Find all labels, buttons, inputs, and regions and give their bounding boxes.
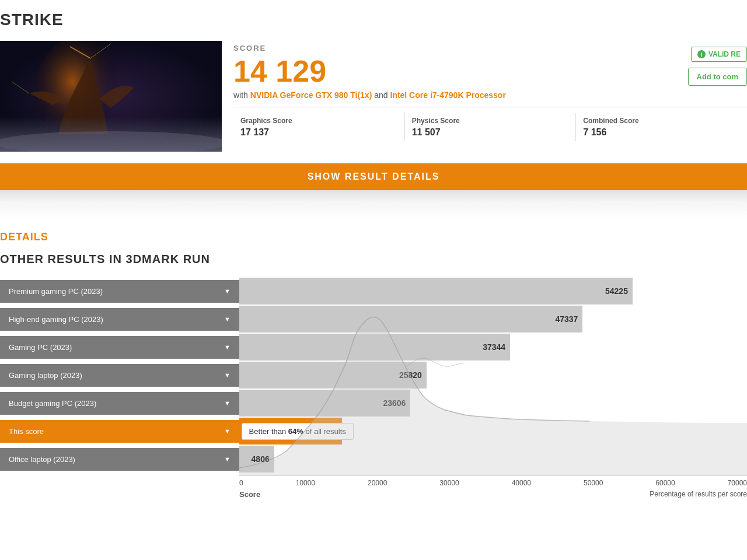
details-section: DETAILS OTHER RESULTS IN 3DMARK RUN [0,219,747,266]
physics-score: Physics Score 11 507 [405,113,577,141]
and-text: and [374,90,390,100]
gpu-name: NVIDIA GeForce GTX 980 Ti(1x) [250,90,372,100]
x-axis-label: 0 [239,479,243,487]
score-bar: 47337 [239,306,582,332]
score-bar: 25820 [239,362,427,388]
x-axis-label: 30000 [439,479,459,487]
x-axis-title-area: Score Percentage of results per score [0,490,747,499]
chart-row-label-text: Premium gaming PC (2023) [9,287,103,296]
chart-row-label[interactable]: Office laptop (2023) ▼ [0,448,239,471]
score-bar: 37344 [239,334,510,360]
other-results-title: OTHER RESULTS IN 3DMARK RUN [0,253,747,266]
better-than-tooltip: Better than 64% of all results [236,423,354,440]
bar-area: 23606 [239,390,747,416]
score-section: SCORE 14 129 with NVIDIA GeForce GTX 980… [0,35,747,158]
score-value: 14 129 [233,55,506,88]
show-result-banner[interactable]: SHOW RESULT DETAILS [0,163,747,190]
x-axis-right-label: Percentage of results per score [650,490,747,498]
dropdown-arrow-icon: ▼ [224,344,231,351]
x-axis-label: 50000 [584,479,603,487]
combined-score: Combined Score 7 156 [576,113,747,141]
chart-row: This score ▼ 14129 Better than 64% of al… [0,418,747,444]
details-bg-strip [0,190,747,219]
tooltip-arrow-icon [236,426,242,436]
cpu-name: Intel Core i7-4790K Processor [390,90,505,100]
bar-area: 4806 [239,446,747,473]
graphics-score: Graphics Score 17 137 [233,113,405,141]
chart-row-label[interactable]: Gaming PC (2023) ▼ [0,336,239,359]
chart-row-label-text: This score [9,427,44,436]
x-axis: 010000200003000040000500006000070000 [0,475,747,490]
score-description: with NVIDIA GeForce GTX 980 Ti(1x) and I… [233,90,506,100]
bar-value: 47337 [555,314,578,324]
chart-row: Premium gaming PC (2023) ▼ 54225 [0,278,747,304]
dropdown-arrow-icon: ▼ [224,400,231,407]
chart-row: Budget gaming PC (2023) ▼ 23606 [0,390,747,416]
sub-scores: Graphics Score 17 137 Physics Score 11 5… [233,107,747,141]
tooltip-bubble: Better than 64% of all results [242,423,354,440]
valid-badge: i VALID RE [691,47,747,62]
combined-score-label: Combined Score [583,117,740,125]
chart-row-label[interactable]: This score ▼ [0,420,239,443]
chart-row-label-text: Budget gaming PC (2023) [9,399,96,408]
bar-value: 4806 [252,454,270,464]
physics-score-value: 11 507 [412,127,569,138]
valid-icon: i [697,50,706,58]
top-right-area: i VALID RE Add to com [688,44,748,86]
physics-score-label: Physics Score [412,117,569,125]
game-thumbnail [0,41,222,152]
x-axis-labels: 010000200003000040000500006000070000 [239,475,747,490]
dropdown-arrow-icon: ▼ [224,288,231,295]
chart-row-label-text: High-end gaming PC (2023) [9,315,103,324]
score-bar: 4806 [239,446,274,473]
page-title: STRIKE [0,0,747,35]
bar-value: 25820 [399,370,422,380]
bar-area: 54225 [239,278,747,304]
chart-row-label-text: Office laptop (2023) [9,455,75,464]
graphics-score-value: 17 137 [240,127,397,138]
chart-row-label[interactable]: Gaming laptop (2023) ▼ [0,364,239,387]
dropdown-arrow-icon: ▼ [224,428,231,435]
chart-row: Gaming PC (2023) ▼ 37344 [0,334,747,360]
chart-row-label-text: Gaming PC (2023) [9,343,72,352]
graphics-score-label: Graphics Score [240,117,397,125]
bar-area: 37344 [239,334,747,360]
bar-value: 37344 [483,342,505,352]
bar-area: 25820 [239,362,747,388]
dropdown-arrow-icon: ▼ [224,372,231,379]
chart-row-label[interactable]: Budget gaming PC (2023) ▼ [0,392,239,415]
bar-area: 14129 Better than 64% of all results [239,418,747,444]
x-axis-label: 60000 [655,479,675,487]
dropdown-arrow-icon: ▼ [224,316,231,323]
add-to-compare-button[interactable]: Add to com [688,68,748,86]
valid-label: VALID RE [708,50,741,58]
dropdown-arrow-icon: ▼ [224,456,231,463]
chart-row: Office laptop (2023) ▼ 4806 [0,446,747,473]
x-axis-label: 40000 [512,479,531,487]
chart-row: High-end gaming PC (2023) ▼ 47337 [0,306,747,332]
x-axis-label: 70000 [728,479,747,487]
bar-value: 23606 [383,398,406,408]
bar-area: 47337 [239,306,747,332]
score-bar: 23606 [239,390,410,416]
chart-row: Gaming laptop (2023) ▼ 25820 [0,362,747,388]
with-text: with [233,90,248,100]
details-section-title: DETAILS [0,231,747,243]
chart-row-label[interactable]: High-end gaming PC (2023) ▼ [0,308,239,331]
chart-rows: Premium gaming PC (2023) ▼ 54225 High-en… [0,278,747,473]
score-bar: 54225 [239,278,633,304]
svg-point-5 [0,131,222,152]
combined-score-value: 7 156 [583,127,740,138]
score-label: SCORE [233,44,506,52]
x-axis-label: 10000 [296,479,315,487]
chart-row-label-text: Gaming laptop (2023) [9,371,82,380]
chart-container: Premium gaming PC (2023) ▼ 54225 High-en… [0,278,747,499]
bar-value: 54225 [605,286,628,296]
score-info: SCORE 14 129 with NVIDIA GeForce GTX 980… [233,41,747,141]
x-axis-title: Score [239,490,260,499]
x-axis-label: 20000 [368,479,387,487]
chart-row-label[interactable]: Premium gaming PC (2023) ▼ [0,280,239,303]
